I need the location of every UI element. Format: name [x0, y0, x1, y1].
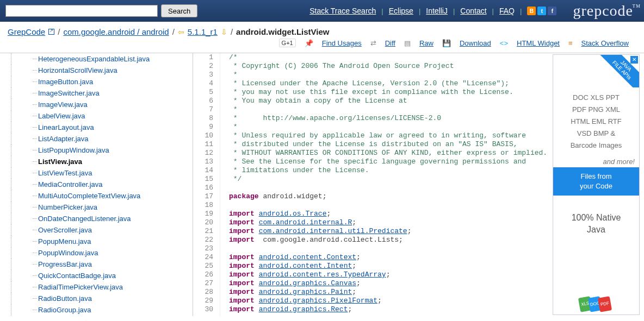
tree-item[interactable]: MediaController.java — [11, 179, 193, 190]
tree-item[interactable]: QuickContactBadge.java — [11, 270, 193, 281]
tree-item[interactable]: ProgressBar.java — [11, 259, 193, 270]
line-number[interactable]: 12 — [193, 149, 213, 158]
tree-file-link[interactable]: OverScroller.java — [38, 226, 92, 234]
line-number[interactable]: 22 — [193, 236, 213, 244]
tree-file-link[interactable]: ListAdapter.java — [38, 135, 89, 143]
tree-file-link[interactable]: PopupMenu.java — [38, 237, 91, 246]
tree-file-link[interactable]: HeterogeneousExpandableList.java — [38, 55, 150, 63]
tree-file-link[interactable]: NumberPicker.java — [38, 203, 97, 211]
line-number[interactable]: 15 — [193, 175, 213, 184]
twitter-icon[interactable]: t — [537, 7, 546, 15]
import-link[interactable]: com.android.internal.util.Predicate — [259, 227, 407, 235]
search-input[interactable] — [5, 5, 158, 17]
search-button[interactable]: Search — [161, 4, 197, 17]
import-link[interactable]: android.graphics.Rect — [259, 305, 348, 313]
line-number[interactable]: 6 — [193, 97, 213, 105]
gplus-button[interactable]: G+1 — [279, 39, 296, 47]
line-number[interactable]: 27 — [193, 279, 213, 288]
tree-file-link[interactable]: RadialTimePickerView.java — [38, 283, 123, 291]
import-link[interactable]: com.android.internal.R — [259, 218, 352, 226]
line-number[interactable]: 10 — [193, 131, 213, 140]
import-link[interactable]: android.graphics.Paint — [259, 288, 352, 296]
line-number[interactable]: 24 — [193, 253, 213, 262]
import-link[interactable]: android.graphics.Canvas — [259, 279, 356, 287]
import-link[interactable]: android.content.res.TypedArray — [259, 270, 386, 279]
prev-version-icon[interactable]: ⇦ — [178, 28, 184, 36]
tree-item[interactable]: RadialTimePickerView.java — [11, 281, 193, 293]
site-logo[interactable]: grepcodeTM — [573, 2, 633, 20]
stackoverflow-link[interactable]: Stack Overflow — [581, 39, 629, 47]
tree-file-link[interactable]: LabelView.java — [38, 112, 85, 120]
line-number[interactable]: 1 — [193, 53, 213, 62]
tree-item[interactable]: ImageButton.java — [11, 76, 193, 87]
line-number[interactable]: 14 — [193, 166, 213, 175]
line-number[interactable]: 5 — [193, 88, 213, 97]
line-number[interactable]: 25 — [193, 262, 213, 270]
tree-file-link[interactable]: PopupWindow.java — [38, 249, 98, 257]
raw-link[interactable]: Raw — [419, 39, 434, 47]
html-widget-link[interactable]: HTML Widget — [517, 39, 560, 47]
facebook-icon[interactable]: f — [548, 7, 556, 15]
tree-item[interactable]: ListAdapter.java — [11, 133, 193, 144]
tree-item[interactable]: NumberPicker.java — [11, 202, 193, 213]
download-link[interactable]: Download — [460, 39, 491, 47]
line-number[interactable]: 2 — [193, 62, 213, 71]
tree-item[interactable]: ListView.java — [11, 156, 193, 167]
import-link[interactable]: android.content.Intent — [259, 262, 352, 270]
line-number[interactable]: 21 — [193, 227, 213, 236]
tree-file-link[interactable]: HorizontalScrollView.java — [38, 66, 117, 74]
crumb-package[interactable]: com.google.android / android — [63, 27, 169, 36]
tree-file-link[interactable]: MultiAutoCompleteTextView.java — [38, 192, 140, 200]
tree-item[interactable]: ListPopupWindow.java — [11, 144, 193, 156]
line-number[interactable]: 26 — [193, 270, 213, 279]
line-number[interactable]: 20 — [193, 218, 213, 227]
tree-file-link[interactable]: ListPopupWindow.java — [38, 146, 109, 154]
tree-file-link[interactable]: ImageButton.java — [38, 78, 93, 86]
line-number[interactable]: 29 — [193, 297, 213, 305]
link-faq[interactable]: FAQ — [499, 7, 515, 15]
tree-file-link[interactable]: ImageView.java — [38, 100, 88, 109]
pin-icon[interactable]: 📌 — [305, 39, 313, 47]
tree-file-link[interactable]: OnDateChangedListener.java — [38, 215, 131, 223]
line-number[interactable]: 9 — [193, 123, 213, 131]
line-number[interactable]: 11 — [193, 140, 213, 149]
line-number[interactable]: 16 — [193, 184, 213, 192]
line-number[interactable]: 13 — [193, 158, 213, 166]
line-number[interactable]: 8 — [193, 114, 213, 123]
link-stacktrace[interactable]: Stack Trace Search — [309, 7, 376, 15]
tree-file-link[interactable]: ListViewTest.java — [38, 169, 92, 177]
crumb-root[interactable]: GrepCode — [8, 27, 45, 36]
tree-item[interactable]: RadioGroup.java — [11, 304, 193, 316]
line-number[interactable]: 4 — [193, 79, 213, 88]
tree-file-link[interactable]: LinearLayout.java — [38, 123, 94, 131]
line-number[interactable]: 19 — [193, 210, 213, 218]
file-tree[interactable]: HeterogeneousExpandableList.javaHorizont… — [0, 53, 193, 316]
tree-file-link[interactable]: ListView.java — [38, 158, 82, 166]
tree-item[interactable]: ListViewTest.java — [11, 167, 193, 179]
line-number[interactable]: 17 — [193, 192, 213, 201]
import-link[interactable]: android.graphics.PixelFormat — [259, 297, 377, 305]
tree-item[interactable]: OnDateChangedListener.java — [11, 213, 193, 224]
diff-link[interactable]: Diff — [385, 39, 395, 47]
line-number[interactable]: 18 — [193, 201, 213, 210]
tree-item[interactable]: OverScroller.java — [11, 224, 193, 236]
code-content[interactable]: /* * Copyright (C) 2006 The Android Open… — [220, 53, 550, 316]
sidebar-ad[interactable]: ✕ JAVAFILE APIs DOC XLS PPT PDF PNG XML … — [553, 54, 640, 315]
line-number[interactable]: 23 — [193, 244, 213, 253]
crumb-version[interactable]: 5.1.1_r1 — [188, 27, 218, 36]
line-number[interactable]: 30 — [193, 305, 213, 314]
external-link-icon[interactable] — [48, 29, 54, 35]
blogger-icon[interactable]: B — [527, 7, 536, 15]
tree-item[interactable]: PopupWindow.java — [11, 247, 193, 259]
find-usages-link[interactable]: Find Usages — [322, 39, 362, 47]
line-number[interactable]: 3 — [193, 71, 213, 79]
import-link[interactable]: android.os.Trace — [259, 210, 327, 218]
tree-item[interactable]: LinearLayout.java — [11, 122, 193, 133]
version-dropdown-icon[interactable]: ⇩ — [221, 28, 227, 36]
tree-item[interactable]: ImageView.java — [11, 99, 193, 110]
tree-item[interactable]: LabelView.java — [11, 110, 193, 122]
tree-item[interactable]: PopupMenu.java — [11, 236, 193, 247]
tree-file-link[interactable]: RadioGroup.java — [38, 306, 91, 314]
link-eclipse[interactable]: Eclipse — [389, 7, 413, 15]
tree-file-link[interactable]: RadioButton.java — [38, 294, 92, 303]
